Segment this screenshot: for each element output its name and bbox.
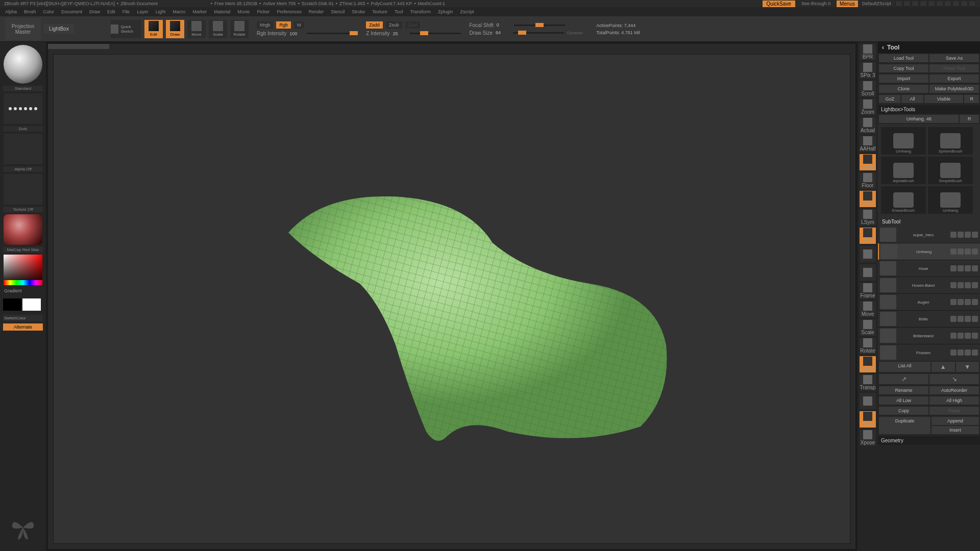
load-tool-button[interactable]: Load Tool (879, 54, 928, 62)
rstrip-xyz[interactable]: XYZ (860, 228, 876, 244)
visible-button[interactable]: Visible (924, 95, 964, 103)
append-button[interactable]: Append (932, 417, 979, 425)
subtool-brillenband[interactable]: Brillenband (878, 328, 980, 344)
subtool-augen[interactable]: Augen (878, 294, 980, 310)
menu-transform[interactable]: Transform (410, 9, 431, 14)
subtool-toggle-icon[interactable] (950, 349, 957, 356)
insert-button[interactable]: Insert (932, 426, 979, 434)
subtool-toggle-icon[interactable] (965, 316, 971, 322)
zcut-button[interactable]: Zcut (405, 21, 421, 29)
lightbox-tools-section[interactable]: Lightbox>Tools (878, 105, 980, 114)
tool-umhang[interactable]: Umhang (881, 127, 926, 155)
mrgb-button[interactable]: Mrgb (257, 21, 274, 29)
menu-color[interactable]: Color (43, 9, 55, 14)
rstrip-btn12[interactable] (860, 264, 876, 281)
all-high-button[interactable]: All High (929, 396, 979, 405)
subtool-toggle-icon[interactable] (958, 248, 964, 255)
all-button[interactable]: All (901, 95, 923, 103)
subtool-toggle-icon[interactable] (972, 265, 978, 271)
subtool-toggle-icon[interactable] (958, 232, 964, 238)
rstrip-scroll[interactable]: Scroll (860, 81, 876, 97)
menu-macro[interactable]: Macro (173, 9, 185, 14)
zadd-button[interactable]: Zadd (366, 21, 383, 29)
subtool-toggle-icon[interactable] (958, 316, 964, 322)
polymesh-button[interactable]: Make PolyMesh3D (929, 85, 979, 93)
subtool-brille[interactable]: Brille (878, 311, 980, 327)
tool-umhang[interactable]: Umhang (928, 186, 973, 214)
subtool-toggle-icon[interactable] (958, 265, 964, 271)
tool-alphabrush[interactable]: AlphaBrush (881, 157, 926, 184)
rstrip-aahalf[interactable]: AAHalf (860, 136, 876, 152)
white-swatch[interactable] (22, 298, 41, 311)
minimize-icon[interactable] (952, 1, 960, 7)
geometry-section[interactable]: Geometry (878, 436, 980, 445)
draw-size-slider[interactable] (513, 32, 564, 34)
menu-document[interactable]: Document (61, 9, 82, 14)
close-icon[interactable] (969, 1, 976, 7)
tool-spherebrush[interactable]: SphereBrush (928, 127, 973, 155)
scale-mode-button[interactable]: Scale (209, 20, 227, 38)
menu-zplugin[interactable]: Zplugin (438, 9, 453, 14)
dynamic-label[interactable]: Dynamic (567, 31, 583, 35)
move-down-button[interactable]: ↘ (929, 374, 979, 384)
rstrip-move[interactable]: Move (860, 301, 876, 317)
goz-button[interactable]: GoZ (879, 95, 900, 103)
paste-button[interactable]: Paste (929, 407, 979, 415)
subtool-toggle-icon[interactable] (965, 299, 971, 305)
win-icon[interactable] (928, 1, 935, 7)
menu-render[interactable]: Render (309, 9, 324, 14)
alpha-preview[interactable] (4, 134, 42, 164)
win-icon[interactable] (936, 1, 943, 7)
rstrip-solo[interactable]: Solo (860, 411, 876, 428)
menu-alpha[interactable]: Alpha (5, 9, 17, 14)
menu-preferences[interactable]: Preferences (277, 9, 302, 14)
subtool-toggle-icon[interactable] (950, 248, 957, 255)
rstrip-spix 3[interactable]: SPix 3 (860, 62, 876, 79)
subtool-toggle-icon[interactable] (972, 248, 978, 255)
subtool-toggle-icon[interactable] (965, 333, 971, 339)
hue-strip[interactable] (4, 280, 42, 285)
subtool-toggle-icon[interactable] (965, 282, 971, 288)
rstrip-frame[interactable]: Frame (860, 283, 876, 299)
subtool-hose[interactable]: Hose (878, 260, 980, 277)
subtool-toggle-icon[interactable] (950, 232, 957, 238)
quicksketch-button[interactable]: Quick Sketch (111, 20, 141, 38)
edit-mode-button[interactable]: Edit (144, 20, 163, 38)
rgb-intensity-slider[interactable] (307, 33, 358, 34)
rstrip-polyf[interactable]: PolyF (860, 356, 876, 372)
r-button[interactable]: R (964, 95, 979, 103)
menu-brush[interactable]: Brush (24, 9, 36, 14)
subtool-super_hero[interactable]: super_hero (878, 227, 980, 243)
subtool-toggle-icon[interactable] (950, 316, 957, 322)
stroke-preview[interactable] (4, 93, 42, 124)
current-tool[interactable]: Umhang. 48 (879, 115, 959, 123)
back-arrow-icon[interactable]: ‹ (882, 44, 884, 51)
subtool-toggle-icon[interactable] (972, 333, 978, 339)
m-button[interactable]: M (294, 21, 304, 29)
menu-stroke[interactable]: Stroke (352, 9, 365, 14)
menu-layer[interactable]: Layer (137, 9, 149, 14)
rstrip-scale[interactable]: Scale (860, 319, 876, 336)
paste-tool-button[interactable]: Paste Tool (929, 64, 979, 72)
rstrip-floor[interactable]: Floor (860, 172, 876, 189)
copy-button[interactable]: Copy (879, 407, 928, 415)
focal-shift-slider[interactable] (514, 24, 565, 26)
menu-marker[interactable]: Marker (192, 9, 207, 14)
rstrip-zoom[interactable]: Zoom (860, 99, 876, 115)
save-as-button[interactable]: Save As (929, 54, 979, 62)
quicksave-button[interactable]: QuickSave (763, 1, 795, 7)
subtool-flossen[interactable]: Flossen (878, 344, 980, 361)
subtool-toggle-icon[interactable] (965, 349, 971, 356)
menu-picker[interactable]: Picker (257, 9, 270, 14)
rotate-mode-button[interactable]: Rotate (230, 20, 249, 38)
rstrip-rotate[interactable]: Rotate (860, 338, 876, 354)
subtool-toggle-icon[interactable] (958, 333, 964, 339)
r-button-2[interactable]: R (960, 115, 979, 123)
win-icon[interactable] (920, 1, 927, 7)
subtool-toggle-icon[interactable] (972, 299, 978, 305)
win-icon[interactable] (895, 1, 902, 7)
win-icon[interactable] (912, 1, 919, 7)
win-icon[interactable] (944, 1, 951, 7)
alternate-button[interactable]: Alternate (3, 323, 43, 331)
menu-light[interactable]: Light (156, 9, 166, 14)
